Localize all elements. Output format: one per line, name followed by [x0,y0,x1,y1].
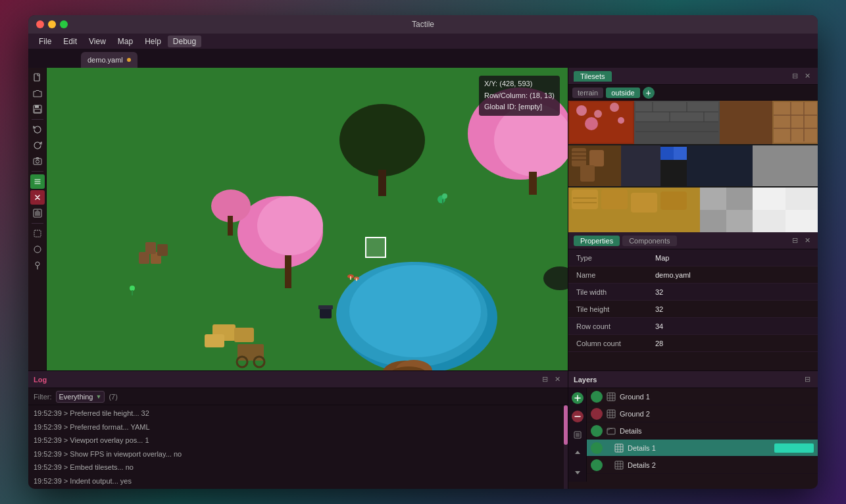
svg-rect-87 [753,145,818,186]
svg-point-11 [34,246,41,253]
tileset-add-button[interactable]: + [643,87,655,99]
svg-rect-37 [237,344,264,361]
layers-panel: Layers ⊟ [568,371,818,489]
menu-file[interactable]: File [34,36,57,47]
right-panel: Tilesets ⊟ ✕ terrain outside + [568,68,818,370]
layer-vis-ground1[interactable] [591,391,603,403]
menu-view[interactable]: View [84,36,111,47]
log-filter-row: Filter: Everything ▼ (7) [28,388,568,405]
bottom-area: Log ⊟ ✕ Filter: Everything ▼ (7) 19:52:3… [28,370,818,489]
log-filter-icon[interactable]: ⊟ [540,374,550,384]
tileset-tab-outside[interactable]: outside [606,88,639,98]
tool-new-file[interactable] [30,70,45,85]
svg-point-29 [349,265,481,357]
prop-key-type: Type [576,254,655,262]
svg-point-46 [442,193,447,199]
properties-header: Properties Components ⊟ ✕ [568,232,818,249]
window-controls [36,20,68,28]
coord-overlay: X/Y: (428, 593) Row/Column: (18, 13) Glo… [479,76,560,116]
global-id: Global ID: [empty] [484,101,555,113]
svg-rect-85 [674,147,687,160]
filter-label: Filter: [34,393,52,401]
layer-row-details1[interactable]: Details 1 [587,440,818,457]
layer-up-btn[interactable] [572,447,584,459]
svg-rect-52 [350,276,351,280]
tilesets-tab[interactable]: Tilesets [574,71,612,82]
properties-filter-icon[interactable]: ⊟ [790,236,800,245]
map-area[interactable]: X/Y: (428, 593) Row/Column: (18, 13) Glo… [47,68,568,370]
menu-debug[interactable]: Debug [168,36,201,47]
log-entry-4: 19:52:39 > Embed tilesets... no [28,461,568,474]
menu-edit[interactable]: Edit [58,36,82,47]
tool-circle[interactable] [30,242,45,257]
layers-filter-icon[interactable]: ⊟ [803,374,812,384]
layer-row-ground1[interactable]: Ground 1 [587,388,818,405]
layers-header: Layers ⊟ [568,371,818,388]
layer-name-details1: Details 1 [628,444,770,452]
layer-vis-details[interactable] [591,425,603,437]
properties-tab[interactable]: Properties [574,236,620,246]
tool-select[interactable] [30,226,45,241]
svg-rect-120 [615,444,623,452]
close-button[interactable] [36,20,44,28]
svg-rect-98 [660,191,687,210]
tilesets-filter-icon[interactable]: ⊟ [790,71,800,81]
layer-add-btn[interactable] [572,392,584,404]
properties-close-icon[interactable]: ✕ [803,236,812,245]
svg-rect-0 [34,74,39,81]
log-entry-5: 19:52:39 > Indent output... yes [28,474,568,488]
svg-rect-103 [726,210,753,232]
log-close-icon[interactable]: ✕ [553,374,562,384]
svg-rect-92 [589,150,604,166]
log-entries[interactable]: 19:52:39 > Preferred tile height... 32 1… [28,405,568,489]
coord-xy: X/Y: (428, 593) [484,78,555,90]
minimize-button[interactable] [48,20,56,28]
layer-group-btn[interactable] [572,429,584,441]
components-tab[interactable]: Components [622,236,676,246]
svg-rect-86 [687,145,753,186]
filter-dropdown[interactable]: Everything ▼ [56,391,105,403]
filter-arrow-icon: ▼ [95,393,101,400]
tilesets-close-icon[interactable]: ✕ [803,71,812,81]
tool-redo[interactable] [30,138,45,153]
svg-point-66 [610,103,619,112]
layer-vis-ground2[interactable] [591,408,603,420]
tileset-tab-terrain[interactable]: terrain [572,88,603,98]
log-entry-1: 19:52:39 > Preferred format... YAML [28,420,568,434]
menu-help[interactable]: Help [139,36,166,47]
tool-open[interactable] [30,86,45,101]
prop-key-name: Name [576,271,655,279]
layer-row-details[interactable]: Details [587,422,818,440]
tool-fill[interactable] [30,206,45,220]
layer-vis-details1[interactable] [591,442,603,454]
svg-rect-95 [572,189,598,209]
tool-save[interactable] [30,102,45,116]
layer-grid-icon-details1 [614,443,624,453]
log-scrollbar[interactable] [564,405,568,445]
tool-pin[interactable] [30,258,45,272]
svg-rect-102 [700,188,726,210]
layer-vis-details2[interactable] [591,459,603,471]
tool-screenshot[interactable] [30,154,45,168]
svg-point-20 [257,196,323,255]
file-tab[interactable]: demo.yaml [81,52,137,68]
menu-map[interactable]: Map [112,36,138,47]
svg-rect-76 [774,102,817,143]
layer-row-ground2[interactable]: Ground 2 [587,405,818,422]
tabbar: demo.yaml [28,49,818,68]
tool-undo[interactable] [30,122,45,137]
filter-value: Everything [59,393,93,401]
tileset-image[interactable] [568,101,818,232]
svg-rect-35 [234,328,254,342]
maximize-button[interactable] [60,20,68,28]
window-title: Tactile [412,20,434,29]
layer-down-btn[interactable] [572,466,584,478]
left-toolbar [28,68,47,370]
layer-row-details2[interactable]: Details 2 [587,457,818,474]
layer-remove-btn[interactable] [572,411,584,422]
tool-eraser[interactable] [30,190,45,205]
tool-stamp[interactable] [30,174,45,189]
svg-rect-21 [285,255,291,288]
log-header: Log ⊟ ✕ [28,371,568,388]
map-canvas[interactable]: X/Y: (428, 593) Row/Column: (18, 13) Glo… [47,68,568,370]
